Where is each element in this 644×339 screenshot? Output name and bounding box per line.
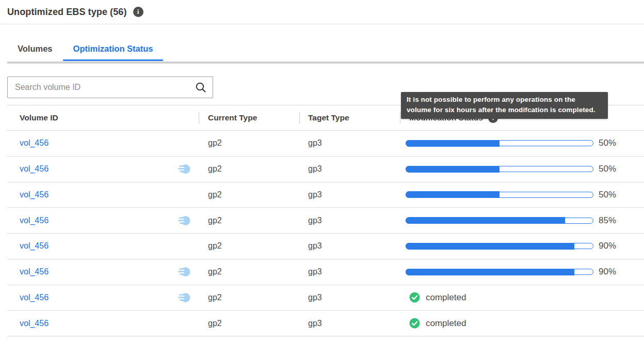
progress-percent-label: 85% <box>599 215 616 226</box>
table-row: vol_456 gp2 gp3 85% <box>7 208 644 234</box>
column-header-target-type: Taget Type <box>299 105 400 130</box>
column-header-volume-id: Volume ID <box>7 105 199 130</box>
progress-percent-label: 50% <box>599 164 616 174</box>
current-type-value: gp2 <box>208 216 222 225</box>
status-progress: 85% <box>406 215 616 226</box>
progress-fill <box>406 269 574 275</box>
status-progress: 50% <box>406 190 616 200</box>
volume-id-link[interactable]: vol_456 <box>20 267 49 276</box>
target-type-value: gp3 <box>308 293 322 302</box>
current-type-value: gp2 <box>208 190 222 199</box>
target-type-value: gp3 <box>308 319 322 328</box>
completed-status-label: completed <box>426 318 466 329</box>
progress-bar <box>406 192 593 198</box>
table-row: vol_456 gp2 gp3 50% <box>7 157 644 182</box>
search-icon[interactable] <box>195 82 206 93</box>
table-body: vol_456 gp2 gp3 50% <box>7 131 644 336</box>
status-progress: 50% <box>406 138 616 148</box>
progress-fill <box>406 140 500 147</box>
page-header: Unoptimized EBS type (56) i <box>0 0 644 24</box>
volume-id-link[interactable]: vol_456 <box>20 241 49 251</box>
progress-percent-label: 50% <box>599 138 616 148</box>
current-type-value: gp2 <box>208 319 222 328</box>
tooltip-line-1: It is not possible to perform any operat… <box>407 95 602 105</box>
target-type-value: gp3 <box>308 241 322 251</box>
completed-check-icon <box>409 318 420 329</box>
table-row: vol_456 gp2 gp3 50% <box>7 131 644 157</box>
table-row: vol_456 gp2 gp3 <box>7 285 644 311</box>
completed-check-icon <box>409 292 420 303</box>
progress-fill <box>406 191 500 198</box>
progress-percent-label: 50% <box>599 190 616 200</box>
table-row: vol_456 gp2 gp3 50% <box>7 182 644 208</box>
tooltip-line-2: volume for six hours after the modifcati… <box>407 105 602 115</box>
table-row: vol_456 gp2 gp3 90% <box>7 234 644 259</box>
target-type-value: gp3 <box>308 216 322 225</box>
status-completed: completed <box>406 292 466 303</box>
tab-volumes[interactable]: Volumes <box>7 44 63 60</box>
volume-id-link[interactable]: vol_456 <box>20 164 49 174</box>
progress-bar <box>406 140 593 146</box>
current-type-value: gp2 <box>208 138 222 148</box>
search-input[interactable] <box>7 76 213 98</box>
volume-id-link[interactable]: vol_456 <box>20 319 49 328</box>
status-progress: 90% <box>406 241 616 251</box>
volume-id-link[interactable]: vol_456 <box>20 138 49 148</box>
info-icon[interactable]: i <box>133 7 143 17</box>
completed-status-label: completed <box>426 292 466 303</box>
progress-bar <box>406 218 593 224</box>
target-type-value: gp3 <box>308 164 322 174</box>
volume-id-link[interactable]: vol_456 <box>20 190 49 199</box>
fast-transfer-icon <box>178 292 190 303</box>
column-header-current-type: Current Type <box>199 105 299 130</box>
progress-bar <box>406 243 593 249</box>
current-type-value: gp2 <box>208 241 222 251</box>
current-type-value: gp2 <box>208 267 222 276</box>
volume-id-link[interactable]: vol_456 <box>20 216 49 225</box>
status-completed: completed <box>406 318 466 329</box>
tab-optimization-status[interactable]: Optimization Status <box>63 44 164 60</box>
progress-percent-label: 90% <box>599 241 616 251</box>
progress-bar <box>406 269 593 275</box>
tab-bar-rule <box>7 61 644 64</box>
table-row: vol_456 gp2 gp3 90% <box>7 259 644 285</box>
volume-id-link[interactable]: vol_456 <box>20 293 49 302</box>
target-type-value: gp3 <box>308 267 322 276</box>
progress-percent-label: 90% <box>599 267 616 277</box>
tab-bar: Volumes Optimization Status <box>0 44 644 64</box>
progress-fill <box>406 243 574 250</box>
target-type-value: gp3 <box>308 190 322 199</box>
progress-fill <box>406 166 500 173</box>
fast-transfer-icon <box>178 266 190 278</box>
tooltip: It is not possible to perform any operat… <box>401 92 608 119</box>
optimization-table: Volume ID Current Type Taget Type Modifi… <box>7 105 644 336</box>
table-row: vol_456 gp2 gp3 <box>7 311 644 336</box>
progress-bar <box>406 166 593 172</box>
fast-transfer-icon <box>178 215 190 226</box>
current-type-value: gp2 <box>208 164 222 174</box>
fast-transfer-icon <box>178 163 190 175</box>
progress-fill <box>406 217 565 224</box>
target-type-value: gp3 <box>308 138 322 148</box>
page-title: Unoptimized EBS type (56) <box>7 7 127 18</box>
status-progress: 90% <box>406 267 616 277</box>
status-progress: 50% <box>406 164 616 174</box>
current-type-value: gp2 <box>208 293 222 302</box>
